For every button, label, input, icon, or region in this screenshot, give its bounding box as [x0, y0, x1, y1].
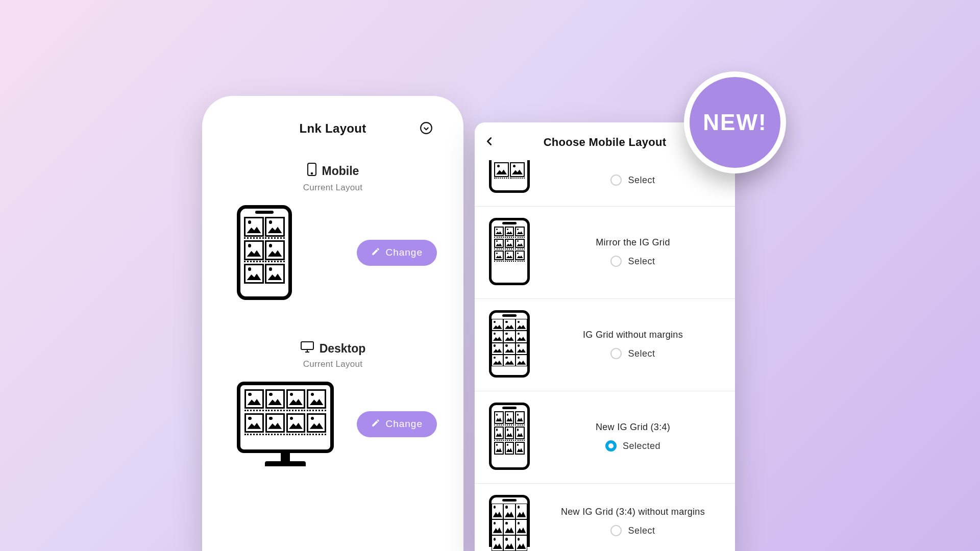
svg-point-0	[421, 122, 432, 134]
mobile-subtext: Current Layout	[223, 183, 443, 193]
radio-label: Select	[628, 348, 655, 359]
layout-option: Select	[475, 160, 735, 207]
layout-thumbnail-icon	[489, 160, 530, 193]
mobile-layout-preview-icon	[237, 205, 292, 300]
layout-thumbnail-icon	[489, 495, 530, 547]
mobile-layout-section: Mobile Current Layout	[223, 162, 443, 300]
layout-select-radio[interactable]: Select	[545, 256, 721, 267]
layout-option-title: New IG Grid (3:4) without margins	[545, 506, 721, 518]
change-mobile-label: Change	[385, 247, 423, 258]
change-desktop-layout-button[interactable]: Change	[357, 411, 437, 437]
desktop-subtext: Current Layout	[223, 359, 443, 369]
layout-thumbnail-icon	[489, 403, 530, 470]
layout-option-title: Mirror the IG Grid	[545, 236, 721, 248]
mobile-section-title: Mobile	[223, 162, 443, 180]
change-mobile-layout-button[interactable]: Change	[357, 240, 437, 266]
radio-icon	[610, 525, 622, 536]
desktop-section-title: Desktop	[223, 341, 443, 356]
new-badge: NEW!	[684, 71, 786, 173]
svg-point-2	[311, 173, 312, 174]
layout-option-title: IG Grid without margins	[545, 329, 721, 341]
desktop-heading-text: Desktop	[320, 342, 366, 356]
desktop-icon	[300, 341, 314, 356]
layout-thumbnail-icon	[489, 218, 530, 285]
pencil-icon	[371, 418, 380, 430]
chevron-left-icon[interactable]	[484, 136, 495, 147]
pencil-icon	[371, 247, 380, 259]
layout-thumbnail-icon	[489, 310, 530, 378]
new-badge-text: NEW!	[703, 110, 767, 135]
layout-option: IG Grid without margins Select	[475, 299, 735, 391]
layout-select-radio[interactable]: Selected	[545, 440, 721, 452]
mobile-icon	[307, 162, 317, 180]
desktop-layout-section: Desktop Current Layout	[223, 341, 443, 466]
choose-mobile-layout-panel: Choose Mobile Layout Select	[475, 122, 735, 551]
radio-icon	[610, 348, 622, 359]
layout-select-radio[interactable]: Select	[545, 348, 721, 359]
chevron-down-circle-icon[interactable]	[420, 121, 433, 135]
radio-label: Select	[628, 175, 655, 186]
mobile-heading-text: Mobile	[322, 164, 359, 178]
layout-option: New IG Grid (3:4) without margins Select	[475, 484, 735, 551]
layout-option: Mirror the IG Grid Select	[475, 207, 735, 299]
radio-icon	[610, 256, 622, 267]
layout-option: New IG Grid (3:4) Selected	[475, 391, 735, 484]
panel-header: Lnk Layout	[223, 121, 443, 136]
change-desktop-label: Change	[385, 418, 423, 430]
svg-rect-3	[301, 342, 313, 349]
panel-title: Lnk Layout	[223, 121, 443, 136]
radio-icon	[610, 174, 622, 186]
radio-selected-icon	[605, 440, 617, 452]
radio-label: Selected	[623, 441, 660, 452]
layout-option-list: Select Mirror the IG Grid	[475, 160, 735, 551]
layout-option-title: New IG Grid (3:4)	[545, 421, 721, 433]
radio-label: Select	[628, 256, 655, 267]
layout-select-radio[interactable]: Select	[545, 525, 721, 536]
desktop-layout-preview-icon	[237, 382, 334, 466]
radio-label: Select	[628, 525, 655, 536]
layout-select-radio[interactable]: Select	[545, 174, 721, 186]
layout-settings-panel: Lnk Layout Mobile Current Layout	[202, 96, 463, 551]
